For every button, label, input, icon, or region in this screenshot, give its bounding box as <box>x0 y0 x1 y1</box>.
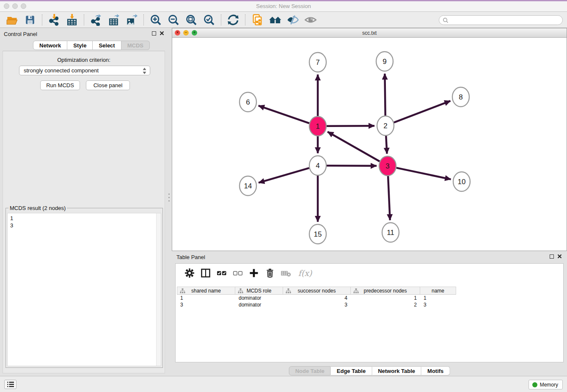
graph-node-label-15: 15 <box>314 230 322 238</box>
float-panel-icon[interactable] <box>152 31 156 36</box>
task-history-button[interactable] <box>4 380 17 389</box>
vertical-splitter-handle[interactable] <box>168 191 170 204</box>
tab-mcds[interactable]: MCDS <box>121 41 150 50</box>
control-panel-title: Control Panel <box>4 31 37 37</box>
save-session-icon[interactable] <box>24 14 36 26</box>
table-cell[interactable]: 4 <box>283 295 351 301</box>
table-cell[interactable]: 3 <box>420 301 456 308</box>
table-row[interactable]: 3dominator323 <box>177 301 456 308</box>
import-table-from-file-icon[interactable] <box>66 14 78 26</box>
refresh-icon[interactable] <box>227 14 239 26</box>
home-icon[interactable] <box>269 14 281 26</box>
network-window-titlebar[interactable]: × − + scc.txt <box>172 28 567 38</box>
table-cell[interactable]: dominator <box>235 295 283 301</box>
column-header[interactable]: MCDS role <box>235 287 283 294</box>
network-canvas[interactable]: 7968124314101511 <box>172 38 567 251</box>
close-panel-icon[interactable] <box>557 254 562 259</box>
graph-edge-3-1[interactable] <box>328 132 380 161</box>
graph-edge-1-6[interactable] <box>259 106 309 123</box>
graph-edge-4-14[interactable] <box>259 168 309 183</box>
table-cell[interactable]: 3 <box>177 301 235 308</box>
function-builder-icon[interactable]: f(x) <box>296 267 314 279</box>
node-table: shared nameMCDS rolesuccessor nodesprede… <box>177 287 456 308</box>
column-header-label: shared name <box>191 288 221 294</box>
table-cell[interactable]: 2 <box>351 301 420 308</box>
show-graphics-details-icon[interactable] <box>286 14 299 26</box>
zoom-in-icon[interactable] <box>149 14 162 26</box>
graph-node-label-4: 4 <box>316 162 319 170</box>
graph-edge-2-9[interactable] <box>385 74 385 116</box>
table-header-row: shared nameMCDS rolesuccessor nodesprede… <box>177 287 456 295</box>
toolbar-separator <box>221 14 221 25</box>
search-input[interactable] <box>449 17 562 24</box>
open-session-icon[interactable] <box>6 14 19 26</box>
table-cell[interactable]: 1 <box>177 295 235 301</box>
column-header[interactable]: shared name <box>177 287 235 294</box>
control-panel: Control Panel Network Style Select MCDS … <box>0 28 168 376</box>
tab-style[interactable]: Style <box>67 41 93 50</box>
hide-graphics-details-icon[interactable] <box>304 14 317 26</box>
mcds-result-group: MCDS result (2 nodes) 1 3 <box>6 208 163 368</box>
graph-edge-3-10[interactable] <box>396 168 451 179</box>
float-panel-icon[interactable] <box>550 254 554 259</box>
table-cell[interactable]: 1 <box>351 295 420 301</box>
add-row-icon[interactable] <box>248 267 260 279</box>
mcds-panel: Optimization criterion: strongly connect… <box>3 51 165 373</box>
search-icon <box>443 17 449 23</box>
graph-node-label-9: 9 <box>383 58 386 66</box>
graph-edge-4-3[interactable] <box>327 166 377 166</box>
graph-edge-1-2[interactable] <box>327 126 374 126</box>
delete-table-icon[interactable] <box>280 267 292 279</box>
memory-button[interactable]: Memory <box>528 380 563 389</box>
zoom-out-icon[interactable] <box>167 14 180 26</box>
close-panel-icon[interactable] <box>160 31 164 36</box>
fx-label: f(x) <box>298 268 312 278</box>
graph-edge-2-3[interactable] <box>386 136 387 154</box>
graph-node-label-11: 11 <box>387 229 394 237</box>
close-panel-button[interactable]: Close panel <box>86 80 130 90</box>
tab-network-table[interactable]: Network Table <box>372 366 421 375</box>
zoom-selected-icon[interactable] <box>203 14 215 26</box>
status-bar: Memory <box>0 376 567 392</box>
criterion-select[interactable]: strongly connected component <box>19 66 150 75</box>
column-header[interactable]: predecessor nodes <box>351 287 420 294</box>
result-scrollbar[interactable] <box>156 213 161 366</box>
toggle-column-panel-icon[interactable] <box>199 267 212 279</box>
memory-label: Memory <box>540 382 558 388</box>
network-view-title: scc.txt <box>172 30 567 36</box>
table-toolbar: f(x) <box>176 264 563 282</box>
graph-edge-3-11[interactable] <box>388 176 390 220</box>
table-cell[interactable]: dominator <box>235 301 283 308</box>
export-image-icon[interactable] <box>125 14 138 26</box>
select-all-icon[interactable] <box>215 267 228 279</box>
search-field[interactable] <box>439 15 563 25</box>
network-graph[interactable]: 7968124314101511 <box>172 38 567 251</box>
run-mcds-button[interactable]: Run MCDS <box>40 80 80 90</box>
unselect-all-icon[interactable] <box>231 267 244 279</box>
zoom-fit-icon[interactable] <box>185 14 198 26</box>
table-panel-body: f(x) shared nameMCDS rolesuccessor nodes… <box>175 263 564 362</box>
export-table-icon[interactable] <box>107 14 120 26</box>
tab-network[interactable]: Network <box>33 41 67 50</box>
column-header[interactable]: name <box>420 287 456 294</box>
export-network-icon[interactable] <box>90 14 102 26</box>
tab-node-table[interactable]: Node Table <box>289 366 331 375</box>
tab-motifs[interactable]: Motifs <box>421 366 450 375</box>
tab-select[interactable]: Select <box>93 41 121 50</box>
table-settings-icon[interactable] <box>183 267 196 279</box>
graph-node-label-2: 2 <box>383 122 387 130</box>
toolbar-separator <box>143 14 144 25</box>
tab-edge-table[interactable]: Edge Table <box>331 366 372 375</box>
table-row[interactable]: 1dominator411 <box>177 295 456 301</box>
import-network-from-file-icon[interactable] <box>48 14 61 26</box>
graph-edge-2-8[interactable] <box>394 101 451 122</box>
table-cell[interactable]: 3 <box>283 301 351 308</box>
toolbar-separator <box>84 14 84 25</box>
table-cell[interactable]: 1 <box>420 295 456 301</box>
table-rows: 1dominator4113dominator323 <box>177 295 456 308</box>
column-header[interactable]: successor nodes <box>283 287 351 294</box>
delete-row-icon[interactable] <box>264 267 276 279</box>
criterion-value: strongly connected component <box>24 67 99 74</box>
new-network-icon[interactable] <box>251 14 264 26</box>
mcds-result-box[interactable]: 1 3 <box>7 213 161 366</box>
